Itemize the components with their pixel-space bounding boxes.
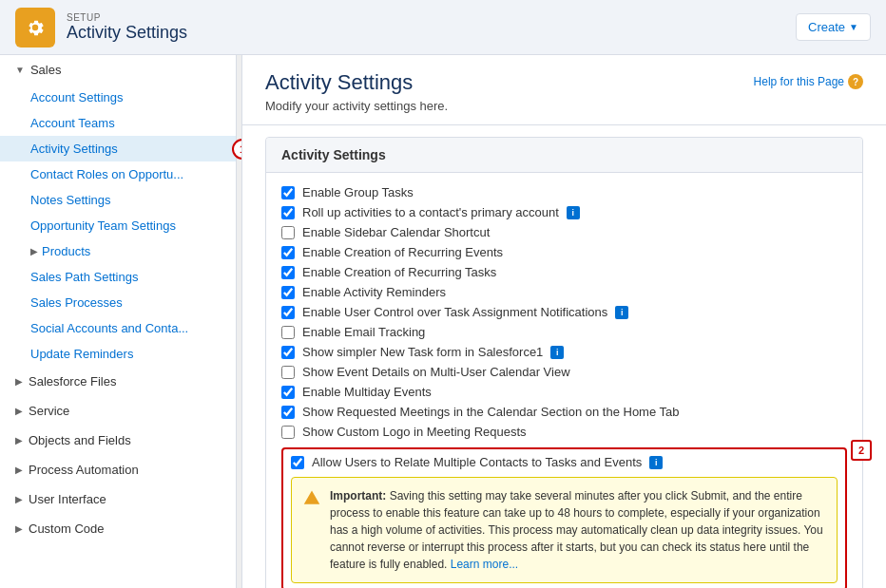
sidebar-item-opportunity-team[interactable]: Opportunity Team Settings bbox=[0, 213, 241, 238]
checkbox-row: Enable Multiday Events bbox=[281, 382, 847, 402]
user-control-task-label: Enable User Control over Task Assignment… bbox=[302, 305, 607, 319]
chevron-right-icon: ▶ bbox=[15, 406, 23, 416]
custom-logo-label: Show Custom Logo in Meeting Requests bbox=[302, 425, 527, 439]
event-details-label: Show Event Details on Multi-User Calenda… bbox=[302, 365, 570, 379]
sidebar-item-activity-settings[interactable]: Activity Settings 1 bbox=[0, 136, 241, 161]
chevron-right-icon: ▶ bbox=[30, 246, 38, 256]
warning-strong: Important: bbox=[330, 489, 386, 503]
event-details-checkbox[interactable] bbox=[281, 366, 295, 379]
activity-settings-label: Activity Settings bbox=[30, 142, 118, 156]
sidebar-group-objects-fields[interactable]: ▶ Objects and Fields bbox=[0, 426, 241, 455]
allow-multiple-contacts-row: Allow Users to Relate Multiple Contacts … bbox=[291, 455, 838, 469]
callout-badge-1: 1 bbox=[232, 139, 242, 160]
sidebar-item-notes-settings[interactable]: Notes Settings bbox=[0, 187, 241, 213]
sidebar-item-update-reminders[interactable]: Update Reminders bbox=[0, 341, 241, 367]
sidebar-item-contact-roles[interactable]: Contact Roles on Opportu... bbox=[0, 161, 241, 187]
info-icon-simpler-task[interactable]: i bbox=[550, 346, 564, 359]
settings-body: Enable Group Tasks Roll up activities to… bbox=[266, 173, 862, 588]
activity-reminders-label: Enable Activity Reminders bbox=[302, 285, 446, 299]
recurring-tasks-checkbox[interactable] bbox=[281, 266, 295, 279]
sidebar-item-account-settings[interactable]: Account Settings bbox=[0, 85, 241, 110]
checkbox-row: Roll up activities to a contact's primar… bbox=[281, 202, 847, 222]
scrollbar[interactable] bbox=[236, 55, 241, 588]
checkbox-row: Show simpler New Task form in Salesforce… bbox=[281, 342, 847, 362]
chevron-right-icon: ▶ bbox=[15, 494, 23, 504]
sidebar-group-custom-code[interactable]: ▶ Custom Code bbox=[0, 514, 241, 543]
warning-text: Important: Saving this setting may take … bbox=[330, 487, 825, 573]
custom-logo-checkbox[interactable] bbox=[281, 426, 295, 439]
enable-group-tasks-checkbox[interactable] bbox=[281, 186, 295, 199]
header-setup-label: SETUP bbox=[67, 12, 187, 23]
page-subtitle: Modify your activity settings here. bbox=[265, 99, 448, 113]
help-icon: ? bbox=[848, 74, 863, 89]
process-automation-label: Process Automation bbox=[29, 463, 139, 477]
warning-icon bbox=[303, 489, 320, 573]
triangle-warning-icon bbox=[303, 489, 320, 506]
chevron-right-icon: ▶ bbox=[15, 376, 23, 387]
sidebar-calendar-checkbox[interactable] bbox=[281, 226, 295, 239]
sidebar-group-sales[interactable]: ▼ Sales bbox=[0, 55, 241, 85]
sidebar-group-process-automation[interactable]: ▶ Process Automation bbox=[0, 455, 241, 484]
info-icon-allow-multiple[interactable]: i bbox=[649, 456, 663, 469]
requested-meetings-label: Show Requested Meetings in the Calendar … bbox=[302, 405, 680, 419]
header-text: SETUP Activity Settings bbox=[67, 12, 187, 43]
recurring-events-checkbox[interactable] bbox=[281, 246, 295, 259]
header-icon bbox=[15, 8, 55, 47]
create-button[interactable]: Create ▼ bbox=[796, 13, 871, 41]
sidebar-item-sales-processes[interactable]: Sales Processes bbox=[0, 290, 241, 315]
recurring-events-label: Enable Creation of Recurring Events bbox=[302, 245, 503, 259]
email-tracking-label: Enable Email Tracking bbox=[302, 325, 425, 339]
chevron-right-icon: ▶ bbox=[15, 523, 23, 534]
learn-more-link[interactable]: Learn more... bbox=[451, 558, 518, 571]
simpler-task-label: Show simpler New Task form in Salesforce… bbox=[302, 345, 543, 359]
checkbox-row: Enable Group Tasks bbox=[281, 182, 847, 202]
help-link[interactable]: Help for this Page ? bbox=[754, 74, 863, 89]
sidebar-item-sales-path[interactable]: Sales Path Settings bbox=[0, 264, 241, 290]
requested-meetings-checkbox[interactable] bbox=[281, 406, 295, 419]
settings-section: Activity Settings Enable Group Tasks Rol… bbox=[265, 137, 863, 588]
info-icon-user-control[interactable]: i bbox=[615, 306, 628, 319]
sidebar-item-social-accounts[interactable]: Social Accounts and Conta... bbox=[0, 315, 241, 341]
help-link-text: Help for this Page bbox=[754, 75, 844, 88]
checkbox-row: Show Requested Meetings in the Calendar … bbox=[281, 402, 847, 422]
email-tracking-checkbox[interactable] bbox=[281, 326, 295, 339]
create-button-label: Create bbox=[808, 20, 845, 34]
svg-rect-1 bbox=[311, 503, 313, 504]
chevron-right-icon: ▶ bbox=[15, 465, 23, 475]
roll-up-label: Roll up activities to a contact's primar… bbox=[302, 205, 559, 219]
sidebar-item-products[interactable]: ▶ Products bbox=[0, 238, 241, 264]
page-title: Activity Settings bbox=[265, 70, 448, 95]
chevron-right-icon: ▶ bbox=[15, 435, 23, 446]
main-content: Activity Settings Modify your activity s… bbox=[242, 55, 886, 588]
info-icon-roll-up[interactable]: i bbox=[567, 206, 580, 219]
sidebar-group-user-interface[interactable]: ▶ User Interface bbox=[0, 484, 241, 514]
sidebar-item-account-teams[interactable]: Account Teams bbox=[0, 110, 241, 136]
settings-section-header: Activity Settings bbox=[266, 138, 862, 173]
user-control-task-checkbox[interactable] bbox=[281, 306, 295, 319]
sidebar-group-service[interactable]: ▶ Service bbox=[0, 396, 241, 426]
checkbox-row: Show Event Details on Multi-User Calenda… bbox=[281, 362, 847, 382]
chevron-down-icon: ▼ bbox=[849, 22, 858, 32]
simpler-task-checkbox[interactable] bbox=[281, 346, 295, 359]
activity-reminders-checkbox[interactable] bbox=[281, 286, 295, 299]
salesforce-files-label: Salesforce Files bbox=[29, 374, 116, 389]
checkbox-row: Enable Creation of Recurring Events bbox=[281, 242, 847, 262]
highlighted-section: 2 Allow Users to Relate Multiple Contact… bbox=[281, 447, 847, 588]
svg-rect-0 bbox=[311, 497, 313, 502]
header: SETUP Activity Settings Create ▼ bbox=[0, 0, 886, 55]
sidebar-group-sales-label: Sales bbox=[30, 63, 62, 77]
header-title: Activity Settings bbox=[67, 23, 187, 43]
allow-multiple-contacts-checkbox[interactable] bbox=[291, 456, 304, 469]
multiday-events-label: Enable Multiday Events bbox=[302, 385, 432, 399]
checkbox-row: Enable Sidebar Calendar Shortcut bbox=[281, 222, 847, 242]
multiday-events-checkbox[interactable] bbox=[281, 386, 295, 399]
user-interface-label: User Interface bbox=[29, 492, 106, 506]
service-label: Service bbox=[29, 404, 69, 418]
checkbox-row: Enable Activity Reminders bbox=[281, 282, 847, 302]
sidebar-group-salesforce-files[interactable]: ▶ Salesforce Files bbox=[0, 367, 241, 396]
warning-body: Saving this setting may take several min… bbox=[330, 489, 823, 571]
objects-fields-label: Objects and Fields bbox=[29, 433, 131, 447]
sidebar-calendar-label: Enable Sidebar Calendar Shortcut bbox=[302, 225, 490, 239]
roll-up-checkbox[interactable] bbox=[281, 206, 295, 219]
warning-box: Important: Saving this setting may take … bbox=[291, 477, 838, 583]
